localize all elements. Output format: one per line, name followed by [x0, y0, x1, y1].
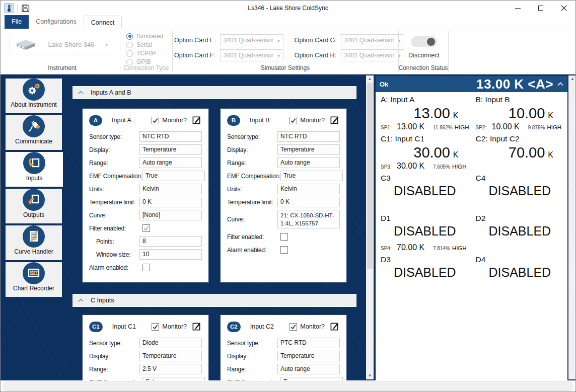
- field-curve[interactable]: 21: CX-1050-SD-HT-1.4L, X155757: [277, 210, 340, 228]
- monitor-label: Monitor?: [162, 323, 187, 330]
- save-icon[interactable]: [21, 4, 30, 15]
- field-display[interactable]: Temperature: [277, 351, 340, 361]
- field-label: Range:: [89, 366, 139, 373]
- input-badge: A: [89, 115, 102, 126]
- chevron-up-icon[interactable]: [557, 82, 563, 88]
- field-sensor-type[interactable]: PTC RTD: [277, 338, 340, 348]
- field-emf-compensation[interactable]: True: [280, 377, 343, 380]
- titlebar: Ls346 - Lake Shore ColdSync: [1, 1, 575, 16]
- status-readings: A: Input AB: Input B13.00K10.00KSP1:13.0…: [376, 92, 567, 380]
- tab-file[interactable]: File: [5, 15, 29, 29]
- checkbox-alarm-enabled[interactable]: [280, 246, 288, 254]
- field-sensor-type[interactable]: Diode: [139, 338, 202, 348]
- field-label: Temperature limit:: [89, 199, 139, 206]
- field-window-size[interactable]: 10: [139, 249, 202, 260]
- edit-button[interactable]: [191, 321, 202, 332]
- field-display[interactable]: Temperature: [139, 144, 202, 155]
- scrollbar-up-icon[interactable]: ▲: [568, 75, 576, 83]
- sidebar-item-outputs[interactable]: Outputs: [6, 189, 62, 223]
- app-icon: [4, 3, 14, 15]
- option-card-value: 3401 Quad-sensor: [344, 37, 398, 44]
- edit-button[interactable]: [329, 115, 340, 126]
- input-badge: C1: [89, 322, 103, 332]
- field-units[interactable]: Kelvin: [277, 184, 340, 194]
- input-badge: C2: [227, 322, 241, 332]
- section-title: C Inputs: [91, 297, 114, 304]
- sidebar-item-curve-handler[interactable]: Curve Handler: [6, 225, 62, 260]
- field-range[interactable]: Auto range: [139, 158, 202, 168]
- field-range[interactable]: Auto range: [277, 364, 340, 374]
- field-range[interactable]: Auto range: [277, 158, 340, 168]
- simulator-grid: Option Card E:3401 Quad-sensor▾Option Ca…: [174, 34, 411, 61]
- monitor-checkbox[interactable]: [152, 323, 159, 331]
- sidebar-item-communicate[interactable]: Communicate: [6, 115, 62, 150]
- status-header[interactable]: Ok 13.00 K <A>: [376, 76, 567, 92]
- option-card-dropdown-option-card-e[interactable]: 3401 Quad-sensor▾: [220, 34, 283, 46]
- chevron-down-icon: ▾: [105, 42, 108, 47]
- field-display[interactable]: Temperature: [277, 144, 340, 155]
- option-card-dropdown-option-card-f[interactable]: 3401 Quad-sensor▾: [220, 49, 283, 61]
- radio-simulated[interactable]: Simulated: [126, 32, 163, 40]
- checkbox-alarm-enabled[interactable]: [142, 264, 150, 271]
- option-card-dropdown-option-card-h[interactable]: 3401 Quad-sensor▾: [341, 49, 404, 61]
- checkbox-filter-enabled[interactable]: [142, 224, 150, 232]
- field-units[interactable]: Kelvin: [139, 184, 202, 194]
- field-display[interactable]: Temperature: [139, 351, 202, 361]
- field-emf-compensation[interactable]: True: [280, 171, 343, 181]
- channel-disabled: DISABLED: [472, 184, 567, 202]
- field-curve[interactable]: [None]: [139, 210, 202, 220]
- scrollbar-up-icon[interactable]: ▲: [366, 75, 374, 83]
- connection-toggle-switch[interactable]: [411, 36, 437, 47]
- monitor-checkbox[interactable]: [290, 323, 297, 331]
- content-scrollbar[interactable]: ▲ ▼: [366, 75, 374, 379]
- field-temperature-limit[interactable]: 0 K: [139, 197, 202, 207]
- section-header-c-inputs[interactable]: C Inputs: [73, 294, 356, 307]
- maximize-button[interactable]: [529, 1, 552, 16]
- status-badge: Ok: [380, 81, 388, 88]
- field-sensor-type[interactable]: NTC RTD: [139, 131, 202, 142]
- option-card-label: Option Card F:: [174, 52, 216, 59]
- radio-serial[interactable]: Serial: [126, 41, 163, 49]
- card-title: Input A: [112, 117, 131, 124]
- edit-button[interactable]: [329, 321, 340, 332]
- card-title: Input B: [250, 117, 270, 124]
- check-icon: [290, 117, 297, 124]
- sidebar-item-about-instrument[interactable]: About Instrument: [6, 79, 62, 113]
- instrument-dropdown[interactable]: Lake Shore 346 ▾: [10, 35, 112, 54]
- field-label: Sensor type:: [227, 133, 277, 140]
- field-sensor-type[interactable]: NTC RTD: [277, 131, 340, 142]
- field-label: Curve:: [227, 216, 277, 223]
- close-button[interactable]: [552, 1, 575, 16]
- checkbox-filter-enabled[interactable]: [280, 233, 288, 241]
- group-label-simulator-settings: Simulator Settings: [172, 64, 398, 71]
- minimize-button[interactable]: [506, 1, 529, 16]
- radio-tcp-ip[interactable]: TCP/IP: [126, 49, 163, 57]
- connection-type-options: SimulatedSerialTCP/IPGPIB: [126, 32, 163, 66]
- sidebar-item-chart-recorder[interactable]: Chart Recorder: [6, 262, 62, 297]
- scrollbar-thumb[interactable]: [367, 83, 373, 269]
- field-range[interactable]: 2.5 V: [139, 364, 202, 374]
- setpoint-row: SP3:30.00 K7.605%HIGH: [377, 162, 472, 172]
- option-card-label: Option Card E:: [174, 37, 216, 44]
- scrollbar-down-icon[interactable]: ▼: [366, 372, 374, 379]
- field-points[interactable]: 8: [139, 236, 202, 247]
- field-label: Display:: [89, 146, 139, 153]
- monitor-checkbox[interactable]: [290, 117, 297, 124]
- sidebar-item-inputs[interactable]: Inputs: [6, 152, 63, 187]
- edit-button[interactable]: [191, 115, 202, 126]
- field-emf-compensation[interactable]: True: [142, 171, 205, 181]
- ribbon-tabs: File Configurations Connect: [1, 16, 575, 29]
- hscrollbar-track[interactable]: [3, 381, 573, 391]
- section-header-inputs-a-and-b[interactable]: Inputs A and B: [73, 86, 356, 99]
- tab-connect[interactable]: Connect: [84, 16, 122, 29]
- horizontal-scrollbar[interactable]: [1, 380, 575, 392]
- tab-configurations[interactable]: Configurations: [29, 15, 84, 29]
- field-emf-compensation[interactable]: False: [142, 377, 205, 380]
- field-temperature-limit[interactable]: 0 K: [277, 197, 340, 207]
- channel-label: A: Input A: [377, 95, 472, 105]
- option-card-label: Option Card G:: [295, 37, 337, 44]
- channel-label: B: Input B: [472, 95, 567, 105]
- right-scrollbar[interactable]: ▲: [568, 75, 576, 379]
- option-card-dropdown-option-card-g[interactable]: 3401 Quad-sensor▾: [341, 34, 404, 46]
- monitor-checkbox[interactable]: [152, 117, 159, 124]
